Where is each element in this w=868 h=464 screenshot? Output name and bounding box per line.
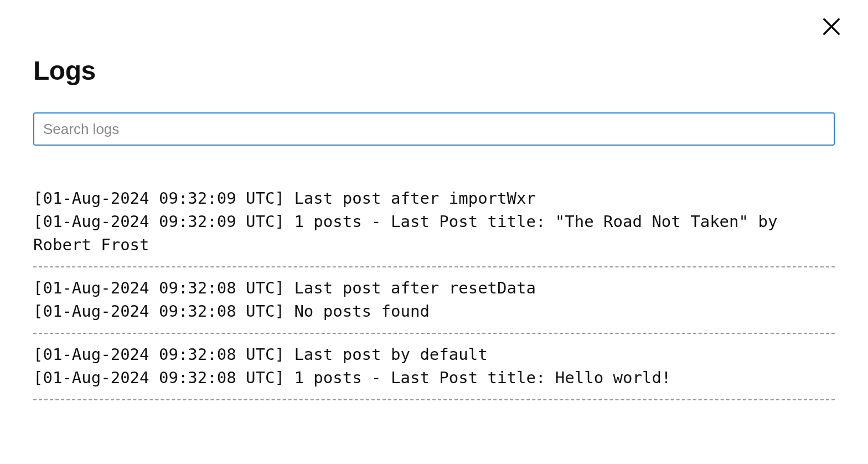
log-line: [01-Aug-2024 09:32:08 UTC] Last post aft… [33, 276, 835, 300]
log-line: [01-Aug-2024 09:32:08 UTC] No posts foun… [33, 300, 835, 323]
log-line: [01-Aug-2024 09:32:08 UTC] 1 posts - Las… [33, 366, 835, 389]
logs-panel: Logs [01-Aug-2024 09:32:09 UTC] Last pos… [0, 0, 868, 400]
search-input[interactable] [33, 112, 835, 146]
close-icon [820, 16, 843, 38]
close-button[interactable] [820, 16, 843, 38]
log-list: [01-Aug-2024 09:32:09 UTC] Last post aft… [33, 178, 835, 400]
log-line: [01-Aug-2024 09:32:09 UTC] Last post aft… [33, 187, 835, 210]
log-line: [01-Aug-2024 09:32:09 UTC] 1 posts - Las… [33, 210, 835, 256]
log-entry: [01-Aug-2024 09:32:09 UTC] Last post aft… [33, 178, 835, 267]
log-entry: [01-Aug-2024 09:32:08 UTC] Last post by … [33, 334, 835, 400]
log-line: [01-Aug-2024 09:32:08 UTC] Last post by … [33, 343, 835, 366]
log-entry: [01-Aug-2024 09:32:08 UTC] Last post aft… [33, 267, 835, 334]
page-title: Logs [33, 55, 835, 86]
